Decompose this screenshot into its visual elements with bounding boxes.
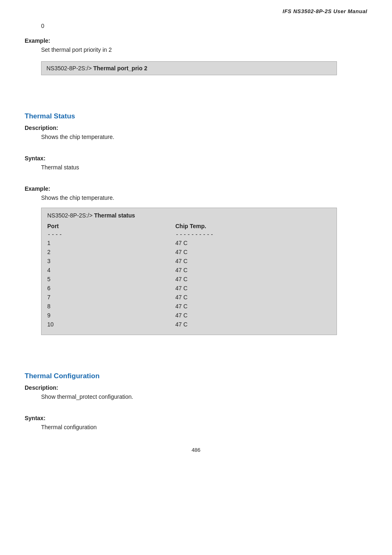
- cell-port: 8: [47, 302, 175, 311]
- thermal-status-description-label: Description:: [25, 125, 367, 131]
- cell-port: 5: [47, 275, 175, 284]
- sep-port: ----: [47, 230, 175, 238]
- thermal-status-section: Thermal Status Description: Shows the ch…: [25, 112, 367, 335]
- top-example-description: Set thermal port priority in 2: [41, 46, 367, 53]
- cell-port: 10: [47, 320, 175, 329]
- top-example-code-box: NS3502-8P-2S:/> Thermal port_prio 2: [41, 61, 337, 75]
- cell-port: 3: [47, 257, 175, 266]
- thermal-status-description-text: Shows the chip temperature.: [41, 134, 367, 140]
- cell-port: 7: [47, 293, 175, 302]
- thermal-status-heading: Thermal Status: [25, 112, 367, 120]
- cell-port: 1: [47, 238, 175, 247]
- thermal-configuration-heading: Thermal Configuration: [25, 372, 367, 380]
- table-separator-row: ---- ----------: [47, 230, 331, 238]
- thermal-config-syntax-text: Thermal configuration: [41, 424, 367, 430]
- page-header-title: IFS NS3502-8P-2S User Manual: [25, 8, 367, 14]
- cell-port: 2: [47, 247, 175, 257]
- thermal-configuration-section: Thermal Configuration Description: Show …: [25, 372, 367, 430]
- table-row: 547 C: [47, 275, 331, 284]
- thermal-config-description-text: Show thermal_protect configuration.: [41, 393, 367, 400]
- cell-port: 4: [47, 266, 175, 275]
- cell-temp: 47 C: [175, 302, 331, 311]
- thermal-status-syntax-label: Syntax:: [25, 155, 367, 162]
- cell-temp: 47 C: [175, 311, 331, 320]
- thermal-status-syntax-text: Thermal status: [41, 164, 367, 171]
- thermal-config-syntax-label: Syntax:: [25, 415, 367, 421]
- thermal-table: Port Chip Temp. ---- ---------- 147 C247…: [47, 222, 331, 329]
- table-header-port: Port: [47, 222, 175, 230]
- table-row: 447 C: [47, 266, 331, 275]
- thermal-config-description-label: Description:: [25, 384, 367, 391]
- cell-port: 9: [47, 311, 175, 320]
- cell-temp: 47 C: [175, 247, 331, 257]
- top-cmd-prefix: NS3502-8P-2S:/>: [46, 65, 93, 72]
- page-footer: 486: [25, 447, 367, 453]
- cell-temp: 47 C: [175, 266, 331, 275]
- table-row: 347 C: [47, 257, 331, 266]
- table-row: 747 C: [47, 293, 331, 302]
- table-row: 1047 C: [47, 320, 331, 329]
- top-example-label: Example:: [25, 37, 367, 44]
- table-cmd-prefix: NS3502-8P-2S:/>: [47, 212, 94, 219]
- table-header-row: Port Chip Temp.: [47, 222, 331, 230]
- cell-temp: 47 C: [175, 275, 331, 284]
- cell-temp: 47 C: [175, 293, 331, 302]
- top-value: 0: [41, 23, 367, 29]
- cell-temp: 47 C: [175, 238, 331, 247]
- table-header-chip-temp: Chip Temp.: [175, 222, 331, 230]
- table-row: 147 C: [47, 238, 331, 247]
- cell-temp: 47 C: [175, 320, 331, 329]
- thermal-status-table-cmd: NS3502-8P-2S:/> Thermal status: [47, 212, 331, 219]
- thermal-status-example-label: Example:: [25, 185, 367, 192]
- table-cmd-bold: Thermal status: [94, 212, 135, 219]
- cell-port: 6: [47, 284, 175, 293]
- thermal-status-example-desc: Shows the chip temperature.: [41, 194, 367, 201]
- cell-temp: 47 C: [175, 257, 331, 266]
- thermal-status-table-container: NS3502-8P-2S:/> Thermal status Port Chip…: [41, 208, 337, 335]
- table-row: 847 C: [47, 302, 331, 311]
- table-row: 247 C: [47, 247, 331, 257]
- cell-temp: 47 C: [175, 284, 331, 293]
- top-cmd-bold: Thermal port_prio 2: [93, 65, 147, 72]
- top-example-block: Example: Set thermal port priority in 2 …: [25, 37, 367, 83]
- table-row: 647 C: [47, 284, 331, 293]
- sep-temp: ----------: [175, 230, 331, 238]
- table-row: 947 C: [47, 311, 331, 320]
